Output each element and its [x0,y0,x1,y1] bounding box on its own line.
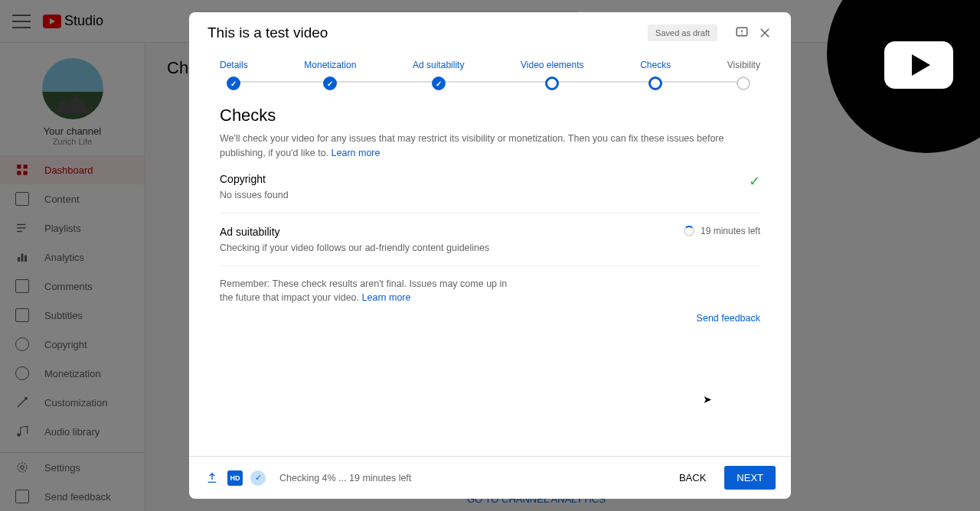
upload-modal: This is a test video Saved as draft Deta… [189,12,791,499]
remember-learn-more-link[interactable]: Learn more [362,292,411,303]
step-video-elements[interactable]: Video elements [521,60,584,90]
step-ad-suitability[interactable]: Ad suitability [413,60,464,90]
copyright-title: Copyright [220,173,749,185]
next-button[interactable]: NEXT [724,466,776,490]
stepper: Details Monetization Ad suitability Vide… [189,54,791,106]
close-icon[interactable] [757,25,773,41]
feedback-icon[interactable] [734,25,750,41]
svg-point-17 [741,34,743,35]
step-checks[interactable]: Checks [640,60,671,90]
step-monetization[interactable]: Monetization [304,60,356,90]
check-ok-icon: ✓ [749,173,760,190]
learn-more-link[interactable]: Learn more [332,148,381,158]
upload-icon [204,470,220,486]
hd-badge: HD [227,470,243,486]
modal-body: Checks We'll check your video for any is… [189,106,791,456]
processing-check-icon: ✓ [250,470,266,486]
youtube-play-icon [884,41,953,89]
ad-title: Ad suitability [220,226,684,238]
modal-footer: HD ✓ Checking 4% ... 19 minutes left BAC… [189,456,791,499]
remember-note: Remember: These check results aren't fin… [220,277,518,306]
copyright-desc: No issues found [220,190,749,200]
ad-time-left: 19 minutes left [701,226,760,236]
send-feedback-link[interactable]: Send feedback [220,313,760,324]
back-button[interactable]: BACK [667,466,718,490]
step-visibility[interactable]: Visibility [727,60,760,90]
modal-header: This is a test video Saved as draft [189,12,791,54]
ad-desc: Checking if your video follows our ad-fr… [220,242,684,253]
spinner-icon [684,226,694,236]
checks-heading: Checks [220,106,760,125]
step-details[interactable]: Details [220,60,248,90]
modal-title: This is a test video [207,24,648,41]
ad-status: 19 minutes left [684,226,760,236]
processing-status: Checking 4% ... 19 minutes left [279,473,411,483]
saved-badge: Saved as draft [648,24,717,41]
copyright-check-row: Copyright No issues found ✓ [220,161,760,213]
checks-intro: We'll check your video for any issues th… [220,132,760,161]
ad-suitability-check-row: Ad suitability Checking if your video fo… [220,213,760,266]
